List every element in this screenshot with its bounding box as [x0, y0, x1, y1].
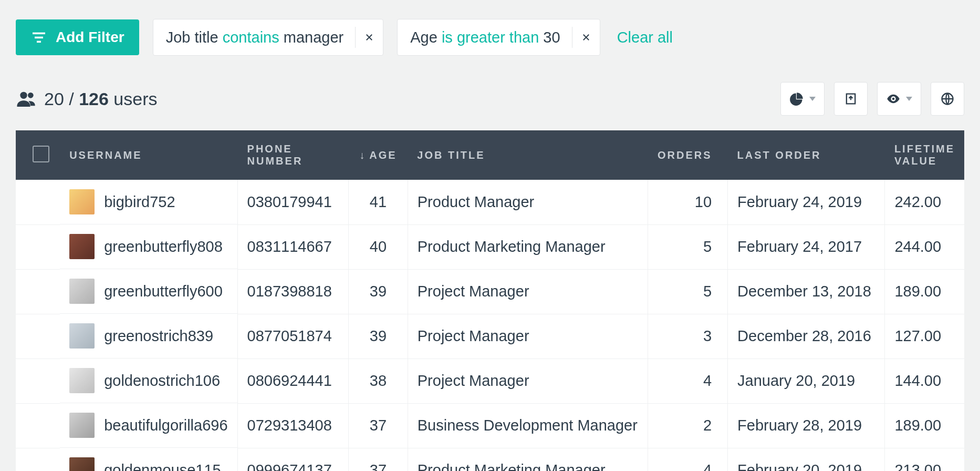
- table-row[interactable]: greenbutterfly808 0831114667 40 Product …: [16, 224, 964, 269]
- avatar: [69, 189, 95, 214]
- pie-chart-icon: [789, 91, 804, 106]
- export-button[interactable]: [834, 82, 868, 116]
- cell-age: 40: [349, 224, 408, 269]
- table-row[interactable]: goldenmouse115 0999674137 37 Product Mar…: [16, 448, 964, 471]
- filter-pill-age[interactable]: Age is greater than 30: [397, 19, 600, 56]
- people-icon: [16, 88, 37, 109]
- pill-value: 30: [543, 29, 560, 46]
- cell-username: greenbutterfly600: [60, 269, 237, 314]
- cell-username: greenostrich839: [60, 314, 237, 359]
- svg-point-3: [20, 92, 27, 99]
- cell-job: Product Manager: [408, 180, 648, 224]
- cell-ltv: 244.00: [885, 224, 964, 269]
- cell-ltv: 189.00: [885, 403, 964, 448]
- cell-last-order: December 13, 2018: [728, 269, 885, 314]
- cell-ltv: 189.00: [885, 269, 964, 314]
- users-table: USERNAME PHONE NUMBER ↓AGE JOB TITLE ORD…: [16, 130, 964, 471]
- table-row[interactable]: goldenostrich106 0806924441 38 Project M…: [16, 359, 964, 403]
- table-row[interactable]: greenbutterfly600 0187398818 39 Project …: [16, 269, 964, 314]
- count-total: 126: [79, 89, 109, 109]
- column-orders[interactable]: ORDERS: [648, 130, 728, 180]
- cell-ltv: 242.00: [885, 180, 964, 224]
- cell-last-order: February 24, 2017: [728, 224, 885, 269]
- chart-button[interactable]: [780, 82, 825, 116]
- select-all-checkbox[interactable]: [33, 146, 49, 162]
- username-text: beautifulgorilla696: [104, 417, 227, 434]
- cell-orders: 10: [648, 180, 728, 224]
- cell-username: goldenostrich106: [60, 359, 237, 403]
- column-username[interactable]: USERNAME: [60, 130, 237, 180]
- table-row[interactable]: beautifulgorilla696 0729313408 37 Busine…: [16, 403, 964, 448]
- column-lifetime-value[interactable]: LIFETIME VALUE: [885, 130, 964, 180]
- avatar: [69, 413, 95, 438]
- cell-job: Project Manager: [408, 359, 648, 403]
- cell-orders: 5: [648, 224, 728, 269]
- cell-username: greenbutterfly808: [60, 224, 237, 269]
- svg-point-4: [28, 93, 34, 98]
- avatar: [69, 234, 95, 259]
- cell-phone: 0187398818: [238, 269, 349, 314]
- cell-ltv: 144.00: [885, 359, 964, 403]
- cell-job: Product Marketing Manager: [408, 224, 648, 269]
- username-text: greenbutterfly600: [104, 283, 223, 300]
- column-age[interactable]: ↓AGE: [349, 130, 408, 180]
- username-text: greenostrich839: [104, 327, 213, 345]
- filter-icon: [30, 29, 47, 46]
- cell-orders: 2: [648, 403, 728, 448]
- column-phone[interactable]: PHONE NUMBER: [238, 130, 349, 180]
- avatar: [69, 368, 95, 393]
- table-row[interactable]: bigbird752 0380179941 41 Product Manager…: [16, 180, 964, 224]
- username-text: greenbutterfly808: [104, 238, 223, 255]
- language-button[interactable]: [931, 82, 964, 116]
- cell-age: 39: [349, 314, 408, 359]
- cell-username: goldenmouse115: [60, 448, 237, 471]
- filter-pill-job-title[interactable]: Job title contains manager: [153, 19, 384, 56]
- count-shown: 20: [44, 89, 64, 109]
- content-header: 20 / 126 users: [16, 82, 964, 116]
- cell-username: beautifulgorilla696: [60, 403, 237, 448]
- cell-orders: 4: [648, 359, 728, 403]
- cell-job: Product Marketing Manager: [408, 448, 648, 471]
- cell-phone: 0729313408: [238, 403, 349, 448]
- cell-phone: 0831114667: [238, 224, 349, 269]
- chevron-down-icon: [906, 97, 912, 101]
- pill-remove-button[interactable]: [572, 19, 600, 55]
- pill-operator: is greater than: [442, 29, 539, 46]
- pill-remove-button[interactable]: [356, 19, 383, 55]
- filter-bar: Add Filter Job title contains manager Ag…: [16, 19, 964, 56]
- column-job-title[interactable]: JOB TITLE: [408, 130, 648, 180]
- close-icon: [364, 33, 374, 42]
- cell-last-order: February 28, 2019: [728, 403, 885, 448]
- add-filter-button[interactable]: Add Filter: [16, 19, 139, 55]
- cell-job: Project Manager: [408, 269, 648, 314]
- cell-age: 38: [349, 359, 408, 403]
- column-last-order[interactable]: LAST ORDER: [728, 130, 885, 180]
- svg-rect-1: [35, 37, 43, 38]
- columns-button[interactable]: [877, 82, 921, 116]
- cell-ltv: 127.00: [885, 314, 964, 359]
- cell-last-order: December 28, 2016: [728, 314, 885, 359]
- globe-icon: [940, 91, 955, 106]
- cell-age: 37: [349, 448, 408, 471]
- pill-value: manager: [284, 29, 343, 46]
- clear-all-filters[interactable]: Clear all: [617, 29, 673, 46]
- chevron-down-icon: [809, 97, 816, 101]
- cell-orders: 4: [648, 448, 728, 471]
- cell-phone: 0999674137: [238, 448, 349, 471]
- avatar: [69, 457, 95, 471]
- table-row[interactable]: greenostrich839 0877051874 39 Project Ma…: [16, 314, 964, 359]
- cell-phone: 0806924441: [238, 359, 349, 403]
- cell-orders: 5: [648, 269, 728, 314]
- cell-phone: 0877051874: [238, 314, 349, 359]
- cell-last-order: February 24, 2019: [728, 180, 885, 224]
- avatar: [69, 279, 95, 304]
- pill-operator: contains: [223, 29, 279, 46]
- pill-field: Job title: [166, 29, 218, 46]
- username-text: goldenostrich106: [104, 372, 220, 390]
- sort-desc-icon: ↓: [359, 149, 366, 161]
- cell-last-order: January 20, 2019: [728, 359, 885, 403]
- avatar: [69, 323, 95, 349]
- count-unit: users: [109, 89, 158, 109]
- cell-job: Project Manager: [408, 314, 648, 359]
- cell-age: 39: [349, 269, 408, 314]
